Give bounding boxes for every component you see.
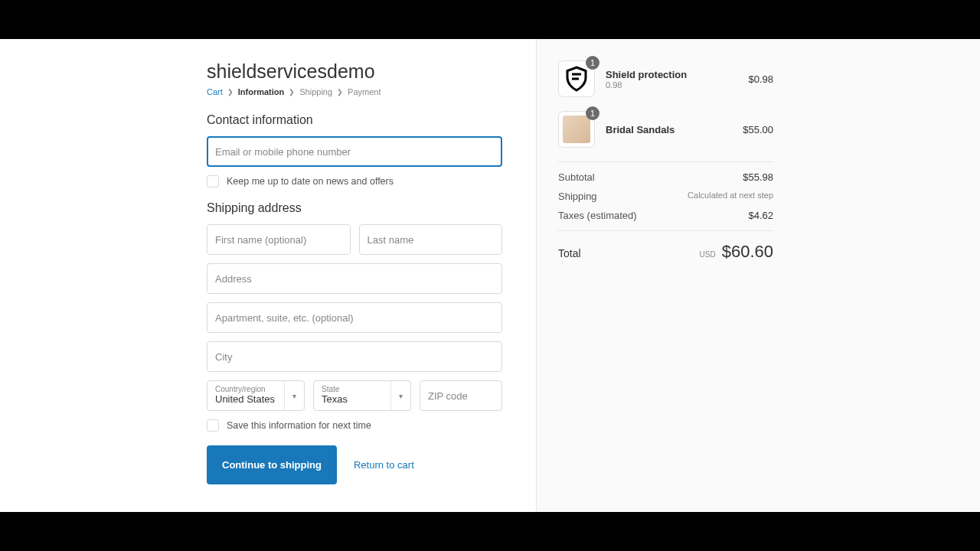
apartment-field[interactable] <box>207 302 502 333</box>
chevron-right-icon: ❯ <box>289 88 295 96</box>
email-field[interactable] <box>207 136 502 167</box>
shipping-cost-label: Shipping <box>558 191 597 202</box>
breadcrumb-information: Information <box>238 87 285 96</box>
contact-section-title: Contact information <box>207 113 502 127</box>
zip-field[interactable] <box>420 380 502 411</box>
product-thumbnail: 1 <box>558 111 595 148</box>
breadcrumb-payment: Payment <box>348 87 381 96</box>
state-select[interactable]: State Texas ▾ <box>313 380 411 411</box>
divider <box>558 230 773 231</box>
cart-item: 1 Bridal Sandals $55.00 <box>558 111 773 148</box>
country-label: Country/region <box>215 386 275 393</box>
item-price: $55.00 <box>743 124 773 135</box>
subscribe-checkbox[interactable] <box>207 175 219 187</box>
subtotal-value: $55.98 <box>743 171 773 183</box>
cart-item: 1 Shield protection 0.98 $0.98 <box>558 60 773 97</box>
item-name: Bridal Sandals <box>606 124 732 135</box>
save-info-checkbox[interactable] <box>207 419 219 432</box>
divider <box>558 161 773 162</box>
letterbox-bottom <box>0 512 980 551</box>
taxes-value: $4.62 <box>748 210 773 221</box>
shipping-section-title: Shipping address <box>207 201 502 215</box>
item-subtext: 0.98 <box>606 80 737 90</box>
quantity-badge: 1 <box>586 106 599 120</box>
shipping-cost-value: Calculated at next step <box>688 191 773 202</box>
state-label: State <box>322 386 348 393</box>
subtotal-label: Subtotal <box>558 171 595 183</box>
shield-icon <box>563 65 590 93</box>
last-name-field[interactable] <box>359 224 503 255</box>
save-info-label: Save this information for next time <box>227 420 371 431</box>
total-amount: $60.60 <box>722 242 773 262</box>
store-name: shieldservicesdemo <box>207 60 502 83</box>
subscribe-label: Keep me up to date on news and offers <box>227 176 394 187</box>
breadcrumb: Cart ❯ Information ❯ Shipping ❯ Payment <box>207 87 502 96</box>
sandal-image-icon <box>563 116 590 143</box>
checkout-form-panel: shieldservicesdemo Cart ❯ Information ❯ … <box>0 39 536 512</box>
chevron-right-icon: ❯ <box>227 88 234 96</box>
taxes-label: Taxes (estimated) <box>558 210 637 221</box>
return-to-cart-link[interactable]: Return to cart <box>354 459 414 471</box>
total-currency: USD <box>700 250 716 259</box>
chevron-right-icon: ❯ <box>337 88 343 96</box>
continue-button[interactable]: Continue to shipping <box>207 445 337 484</box>
breadcrumb-shipping: Shipping <box>299 87 332 96</box>
country-value: United States <box>215 393 275 406</box>
country-select[interactable]: Country/region United States ▾ <box>207 380 305 411</box>
product-thumbnail: 1 <box>558 60 595 97</box>
item-price: $0.98 <box>748 73 773 85</box>
item-name: Shield protection <box>606 69 737 80</box>
state-value: Texas <box>322 393 348 406</box>
city-field[interactable] <box>207 341 502 372</box>
first-name-field[interactable] <box>207 224 351 255</box>
letterbox-top <box>0 0 980 39</box>
order-summary-panel: 1 Shield protection 0.98 $0.98 1 Bridal … <box>536 39 980 512</box>
chevron-down-icon: ▾ <box>284 381 304 410</box>
total-label: Total <box>558 247 581 259</box>
quantity-badge: 1 <box>586 56 599 70</box>
breadcrumb-cart[interactable]: Cart <box>207 87 223 96</box>
chevron-down-icon: ▾ <box>390 381 410 410</box>
address-field[interactable] <box>207 263 502 294</box>
